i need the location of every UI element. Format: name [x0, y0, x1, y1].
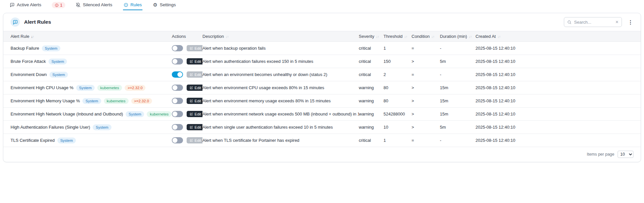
actions-cell: Edit [172, 55, 202, 68]
search-input[interactable] [573, 19, 613, 25]
kubernetes-badge: kubernetes [147, 111, 171, 117]
condition-cell: > [412, 108, 440, 121]
created-at-cell: 2025-08-15 12:40:10 [475, 94, 641, 108]
items-per-page-select[interactable]: 10 [618, 151, 633, 158]
tab-active-alerts[interactable]: Active Alerts [9, 0, 42, 10]
rule-name: Environment High Memory Usage % [11, 98, 80, 103]
clear-search-icon[interactable]: ✕ [615, 20, 619, 24]
column-header-severity[interactable]: Severity↓↑ [359, 31, 383, 42]
alert-rules-table: Alert Rule↓↑ActionsDescription↓↑Severity… [3, 31, 641, 147]
edit-rule-button: Edit [187, 45, 202, 51]
column-label: Alert Rule [11, 34, 29, 39]
bell-slash-icon [76, 3, 80, 7]
rule-enabled-toggle[interactable] [172, 124, 183, 130]
system-badge: System [82, 98, 101, 104]
sort-arrows-icon: ↓↑ [497, 35, 500, 38]
rule-enabled-toggle[interactable] [172, 111, 183, 117]
rule-enabled-toggle[interactable] [172, 45, 183, 51]
duration-cell: 5m [440, 121, 475, 134]
title-wrap: Alert Rules [11, 17, 51, 27]
condition-cell: > [412, 94, 440, 108]
rule-name: TLS Certificate Expired [11, 138, 55, 143]
rule-name: Environment High Network Usage (Inbound … [11, 112, 123, 116]
rule-enabled-toggle[interactable] [172, 98, 183, 104]
pencil-icon [190, 139, 193, 142]
tab-settings[interactable]: ⚙Settings [152, 0, 176, 10]
rule-name: Backup Failure [11, 46, 39, 51]
column-header-alert-rule[interactable]: Alert Rule↓↑ [3, 31, 172, 42]
gear-icon: ⚙ [153, 2, 157, 7]
pencil-icon [190, 99, 193, 103]
column-header-description[interactable]: Description↓↑ [202, 31, 359, 42]
rule-name: Environment Down [11, 72, 47, 77]
threshold-cell: 1 [383, 134, 412, 147]
sort-arrows-icon: ↓↑ [469, 35, 472, 38]
tab-label: Active Alerts [17, 2, 41, 7]
sort-arrows-icon: ↓↑ [226, 35, 229, 38]
active-alerts-count-badge: 1 [52, 2, 65, 8]
column-label: Threshold [383, 34, 403, 39]
tab-silenced-alerts[interactable]: Silenced Alerts [75, 0, 113, 10]
condition-cell: = [412, 42, 440, 55]
pencil-icon [190, 86, 193, 89]
edit-rule-button[interactable]: Edit [187, 111, 202, 117]
toggle-knob [172, 98, 177, 103]
toggle-knob [172, 59, 177, 64]
edit-rule-button[interactable]: Edit [187, 124, 202, 130]
rule-description-cell: Alert when environment memory usage exce… [202, 94, 359, 108]
rule-enabled-toggle[interactable] [172, 71, 183, 78]
rule-name-cell: Environment High Network Usage (Inbound … [3, 108, 172, 121]
rule-name: Environment High CPU Usage % [11, 85, 74, 90]
rule-enabled-toggle[interactable] [172, 85, 183, 91]
sort-arrows-icon: ↓↑ [431, 35, 434, 38]
severity-cell: warning [359, 81, 383, 94]
rule-name-cell: TLS Certificate ExpiredSystem [3, 134, 172, 147]
edit-label: Edit [195, 60, 201, 63]
duration-cell: - [440, 68, 475, 81]
rule-name-cell: Brute Force AttackSystem [3, 55, 172, 68]
created-at-cell: 2025-08-15 12:40:10 [475, 42, 641, 55]
tab-bar: Active Alerts1Silenced AlertsRules⚙Setti… [0, 0, 644, 10]
message-alert-icon [10, 3, 15, 7]
kubernetes-badge: kubernetes [104, 98, 129, 104]
edit-label: Edit [195, 73, 201, 77]
rule-enabled-toggle[interactable] [172, 58, 183, 64]
table-row: Brute Force AttackSystemEditAlert when a… [3, 55, 641, 68]
actions-cell: Edit [172, 108, 202, 121]
column-header-condition[interactable]: Condition↓↑ [412, 31, 440, 42]
created-at-cell: 2025-08-15 12:40:10 [475, 108, 641, 121]
toggle-knob [172, 85, 177, 90]
column-header-created-at[interactable]: Created At↓↑ [475, 31, 641, 42]
table-row: Environment High Memory Usage %Systemkub… [3, 94, 641, 108]
tab-rules[interactable]: Rules [123, 0, 143, 10]
system-badge: System [42, 45, 60, 51]
rule-description-cell: Alert when environment CPU usage exceeds… [202, 81, 359, 94]
edit-rule-button[interactable]: Edit [187, 85, 202, 91]
rule-description-cell: Alert when single user authentication fa… [202, 121, 359, 134]
condition-cell: > [412, 121, 440, 134]
column-label: Description [202, 34, 224, 39]
column-header-duration-min[interactable]: Duration (min)↓↑ [440, 31, 475, 42]
edit-rule-button[interactable]: Edit [187, 98, 202, 104]
tab-label: Rules [131, 2, 142, 7]
column-header-threshold[interactable]: Threshold↓↑ [383, 31, 412, 42]
kebab-menu-button[interactable]: ⋮ [627, 19, 634, 25]
pencil-icon [190, 47, 193, 50]
rule-name-cell: Environment High CPU Usage %Systemkubern… [3, 81, 172, 94]
severity-cell: warning [359, 108, 383, 121]
tab-label: Silenced Alerts [83, 2, 112, 7]
alert-rules-icon [11, 17, 20, 27]
rule-name: Brute Force Attack [11, 59, 46, 64]
edit-rule-button[interactable]: Edit [187, 58, 202, 64]
rule-description-cell: Alert when authentication failures excee… [202, 55, 359, 68]
severity-cell: critical [359, 55, 383, 68]
badge-count: 1 [60, 3, 62, 8]
rule-name-cell: Environment High Memory Usage %Systemkub… [3, 94, 172, 108]
condition-cell: > [412, 81, 440, 94]
rule-enabled-toggle[interactable] [172, 137, 183, 143]
toggle-knob [172, 46, 177, 51]
system-badge: System [93, 124, 111, 130]
created-at-cell: 2025-08-15 12:40:10 [475, 134, 641, 147]
system-badge: System [76, 85, 95, 91]
alert-rules-card: Alert Rules ✕ ⋮ Alert Rule↓↑ActionsDescr… [3, 13, 641, 162]
